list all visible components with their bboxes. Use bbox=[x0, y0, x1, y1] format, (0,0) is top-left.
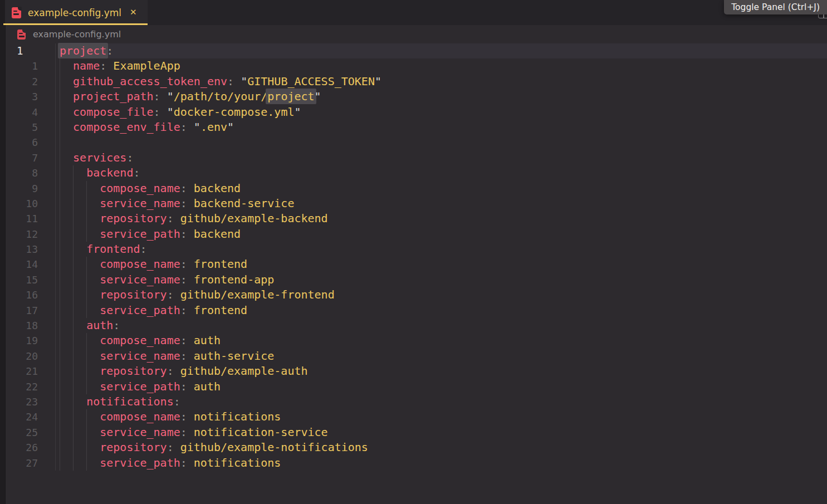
line-number[interactable]: 22 bbox=[0, 379, 55, 394]
code-line[interactable]: compose_name: frontend bbox=[55, 257, 827, 272]
editor-lines: 1project:1name: ExampleApp2github_access… bbox=[0, 43, 827, 471]
indent-guide bbox=[73, 440, 74, 455]
code-line[interactable]: compose_file: "docker-compose.yml" bbox=[55, 105, 827, 120]
yaml-value: .env bbox=[200, 120, 227, 134]
tab-example-config[interactable]: example-config.yml ✕ bbox=[5, 0, 148, 25]
editor-row: 12service_path: backend bbox=[0, 227, 827, 242]
colon: : bbox=[174, 395, 180, 408]
line-number[interactable]: 24 bbox=[0, 409, 55, 424]
line-number[interactable]: 3 bbox=[0, 89, 55, 104]
tab-label: example-config.yml bbox=[28, 7, 121, 18]
editor-row: 23notifications: bbox=[0, 394, 827, 409]
breadcrumb[interactable]: example-config.yml bbox=[5, 25, 827, 43]
code-line[interactable]: frontend: bbox=[55, 242, 827, 257]
code-line[interactable]: service_path: notifications bbox=[55, 456, 827, 471]
code-line[interactable]: repository: github/example-auth bbox=[55, 364, 827, 379]
yaml-value-highlighted: project bbox=[266, 89, 316, 104]
colon: : bbox=[106, 44, 113, 57]
code-line[interactable]: service_path: auth bbox=[55, 379, 827, 394]
code-line[interactable]: service_path: backend bbox=[55, 227, 827, 242]
editor-row: 19compose_name: auth bbox=[0, 333, 827, 348]
line-number[interactable]: 12 bbox=[0, 227, 55, 242]
line-number[interactable]: 25 bbox=[0, 425, 55, 440]
line-number[interactable]: 4 bbox=[0, 105, 55, 120]
line-number[interactable]: 16 bbox=[0, 287, 55, 302]
line-number[interactable]: 18 bbox=[0, 318, 55, 333]
yaml-key: repository bbox=[100, 288, 167, 301]
line-number[interactable]: 21 bbox=[0, 364, 55, 379]
code-line[interactable]: compose_name: backend bbox=[55, 181, 827, 196]
line-number[interactable]: 5 bbox=[0, 120, 55, 135]
indent-guide bbox=[86, 409, 87, 424]
editor-row: 10service_name: backend-service bbox=[0, 196, 827, 211]
code-line[interactable]: compose_name: auth bbox=[55, 333, 827, 348]
editor-row: 21repository: github/example-auth bbox=[0, 364, 827, 379]
code-line[interactable]: service_name: backend-service bbox=[55, 196, 827, 211]
line-number[interactable]: 17 bbox=[0, 303, 55, 318]
code-line[interactable]: project_path: "/path/to/your/project" bbox=[55, 89, 827, 104]
close-icon[interactable]: ✕ bbox=[128, 7, 139, 18]
editor-row: 14compose_name: frontend bbox=[0, 257, 827, 272]
code-line[interactable]: github_access_token_env: "GITHUB_ACCESS_… bbox=[55, 74, 827, 89]
indent-guide bbox=[86, 456, 87, 471]
code-line[interactable]: service_name: notification-service bbox=[55, 425, 827, 440]
colon: : bbox=[140, 242, 146, 256]
indent-guide bbox=[60, 364, 60, 379]
code-line[interactable]: repository: github/example-frontend bbox=[55, 287, 827, 302]
code-line[interactable]: compose_name: notifications bbox=[55, 409, 827, 424]
indent-guide bbox=[86, 440, 87, 455]
indent-guide bbox=[86, 379, 87, 394]
editor-row: 13frontend: bbox=[0, 242, 827, 257]
colon: : bbox=[180, 380, 194, 393]
line-number[interactable]: 11 bbox=[0, 211, 55, 226]
editor-row: 11repository: github/example-backend bbox=[0, 211, 827, 226]
line-number[interactable]: 2 bbox=[0, 74, 55, 89]
yaml-value: /path/to/your/ bbox=[174, 90, 268, 103]
indent-guide bbox=[73, 257, 74, 272]
yaml-key: compose_name bbox=[100, 257, 180, 271]
line-number[interactable]: 6 bbox=[0, 135, 55, 150]
indent-guide bbox=[73, 379, 74, 394]
line-number[interactable]: 23 bbox=[0, 394, 55, 409]
quote: " bbox=[375, 75, 381, 88]
code-line[interactable]: service_name: auth-service bbox=[55, 349, 827, 364]
editor-row: 17service_path: frontend bbox=[0, 303, 827, 318]
yaml-value: github/example-notifications bbox=[180, 441, 368, 454]
code-line[interactable]: repository: github/example-backend bbox=[55, 211, 827, 226]
quote: " bbox=[227, 120, 234, 134]
line-number[interactable]: 7 bbox=[0, 150, 55, 165]
yaml-value: auth bbox=[194, 334, 221, 347]
line-number[interactable]: 1 bbox=[0, 58, 55, 74]
editor-row: 5compose_env_file: ".env" bbox=[0, 120, 827, 135]
code-line[interactable]: service_path: frontend bbox=[55, 303, 827, 318]
line-number[interactable]: 1 bbox=[0, 43, 55, 58]
line-number[interactable]: 19 bbox=[0, 333, 55, 348]
line-number[interactable]: 8 bbox=[0, 165, 55, 180]
indent-guide bbox=[60, 318, 60, 333]
code-line[interactable]: backend: bbox=[55, 165, 827, 180]
code-line[interactable]: services: bbox=[55, 150, 827, 165]
code-line[interactable]: notifications: bbox=[55, 394, 827, 409]
code-line[interactable] bbox=[55, 135, 827, 150]
page-fold bbox=[18, 7, 22, 11]
line-number[interactable]: 13 bbox=[0, 242, 55, 257]
code-line[interactable]: compose_env_file: ".env" bbox=[55, 120, 827, 135]
line-number[interactable]: 15 bbox=[0, 272, 55, 287]
line-number[interactable]: 26 bbox=[0, 440, 55, 455]
line-number[interactable]: 20 bbox=[0, 349, 55, 364]
indent-guide bbox=[73, 409, 74, 424]
code-line[interactable]: name: ExampleApp bbox=[55, 58, 827, 74]
code-line[interactable]: project: bbox=[55, 43, 827, 58]
indent-guide bbox=[86, 196, 87, 211]
code-line[interactable]: repository: github/example-notifications bbox=[55, 440, 827, 455]
yaml-key: name bbox=[73, 59, 100, 72]
colon: : bbox=[113, 319, 120, 332]
line-number[interactable]: 9 bbox=[0, 181, 55, 196]
yaml-key: service_name bbox=[100, 349, 180, 363]
line-number[interactable]: 10 bbox=[0, 196, 55, 211]
line-number[interactable]: 27 bbox=[0, 456, 55, 471]
code-line[interactable]: auth: bbox=[55, 318, 827, 333]
code-line[interactable]: service_name: frontend-app bbox=[55, 272, 827, 287]
yaml-key: service_name bbox=[100, 273, 180, 286]
line-number[interactable]: 14 bbox=[0, 257, 55, 272]
